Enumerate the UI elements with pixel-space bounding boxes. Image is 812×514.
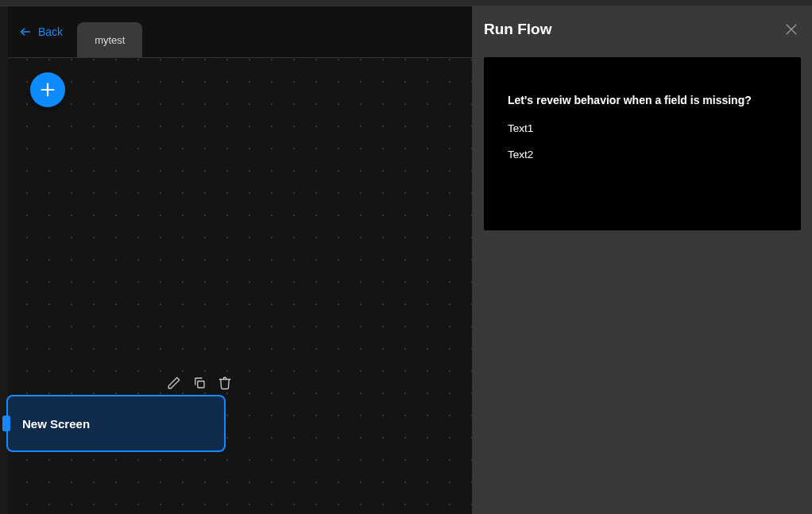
delete-button[interactable] [218,376,232,390]
preview-text-line: Text1 [508,122,777,134]
close-panel-button[interactable] [783,21,799,37]
tab-label: mytest [95,34,125,46]
flow-canvas[interactable]: New Screen [8,58,472,514]
app-top-bar [0,0,812,6]
screen-node-label: New Screen [22,417,90,431]
pencil-icon [167,376,181,390]
copy-icon [192,376,207,390]
plus-icon [39,81,56,99]
copy-button[interactable] [192,376,207,390]
back-label: Back [38,25,63,38]
preview-text-line: Text2 [508,149,777,160]
edit-button[interactable] [167,376,181,390]
flow-editor: Back mytest [0,6,473,514]
node-action-toolbar [167,376,232,390]
flow-tab[interactable]: mytest [77,22,142,57]
node-connection-handle[interactable] [2,415,10,431]
run-flow-panel: Run Flow Let's reveiw behavior when a fi… [473,6,812,514]
add-element-button[interactable] [30,72,65,107]
panel-title: Run Flow [484,21,551,38]
arrow-left-icon [19,25,32,38]
back-button[interactable]: Back [8,25,74,38]
preview-heading: Let's reveiw behavior when a field is mi… [508,94,777,106]
editor-header: Back mytest [8,6,472,58]
close-icon [783,21,799,37]
screen-node[interactable]: New Screen [6,395,226,452]
flow-preview: Let's reveiw behavior when a field is mi… [484,57,801,230]
trash-icon [218,376,232,390]
panel-header: Run Flow [473,6,812,49]
svg-rect-3 [198,381,204,388]
